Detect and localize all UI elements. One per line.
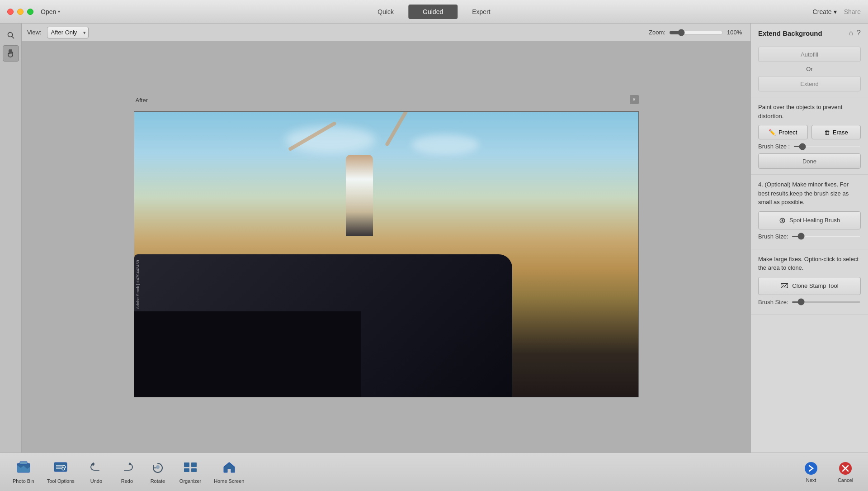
autofill-button[interactable]: Autofill [758, 47, 861, 62]
home-screen-label: Home Screen [214, 478, 244, 484]
svg-rect-14 [191, 468, 197, 472]
brush-size-row: Brush Size : [758, 143, 861, 150]
traffic-lights [7, 9, 33, 15]
right-sidebar: Extend Background ⌂ ? Autofill Or Extend… [750, 24, 868, 453]
tool-options-icon [53, 461, 68, 477]
create-chevron-icon: ▾ [834, 8, 837, 15]
erase-label: Erase [833, 129, 848, 136]
maximize-window-button[interactable] [27, 9, 33, 15]
cancel-button[interactable]: Cancel [830, 458, 861, 486]
info-icon[interactable]: ? [857, 29, 861, 37]
view-select-wrap: After Only [47, 27, 89, 38]
spot-healing-button[interactable]: ⊛ Spot Healing Brush [758, 211, 861, 229]
cloud-1 [285, 126, 376, 153]
svg-rect-13 [184, 468, 189, 472]
create-button[interactable]: Create ▾ [813, 8, 837, 15]
undo-button[interactable]: Undo [82, 457, 111, 487]
erase-icon: 🗑 [824, 129, 830, 136]
svg-point-10 [156, 465, 160, 469]
rotate-icon [151, 461, 165, 477]
main-area: View: After Only Zoom: 100% × After [0, 24, 868, 453]
left-sidebar [0, 24, 22, 453]
rotate-button[interactable]: Rotate [143, 457, 172, 487]
step4-text: 4. (Optional) Make minor fixes. For best… [758, 180, 861, 207]
canvas-window: × After Adobe Stock [132, 93, 641, 401]
protect-icon: ✏️ [769, 129, 776, 136]
cloud-2 [411, 134, 479, 155]
vehicle-lower [134, 311, 361, 397]
zoom-percent: 100% [727, 29, 745, 36]
extend-button[interactable]: Extend [758, 76, 861, 91]
tool-options-label: Tool Options [47, 478, 75, 484]
svg-rect-3 [20, 462, 27, 464]
titlebar: Open ▾ Quick Guided Expert Create ▾ Shar… [0, 0, 868, 24]
sidebar-header: Extend Background ⌂ ? [751, 24, 868, 41]
tab-quick[interactable]: Quick [363, 5, 408, 19]
clone-stamp-icon: 🖂 [780, 281, 788, 291]
autofill-label: Autofill [801, 51, 818, 58]
next-button[interactable]: Next [796, 458, 826, 486]
canvas-content[interactable]: × After Adobe Stock [22, 42, 750, 453]
autofill-section: Autofill Or Extend [751, 41, 868, 97]
titlebar-right: Create ▾ Share [813, 8, 861, 15]
minimize-window-button[interactable] [17, 9, 24, 15]
erase-button[interactable]: 🗑 Erase [811, 125, 861, 139]
rotate-label: Rotate [151, 478, 165, 484]
tab-guided[interactable]: Guided [408, 5, 458, 19]
photo-frame: Adobe Stock | #479442459 [134, 111, 639, 397]
brush-size-label-3: Brush Size: [758, 299, 788, 305]
hand-tool-button[interactable] [3, 45, 19, 62]
tool-options-button[interactable]: Tool Options [42, 457, 80, 487]
brush-size-label: Brush Size : [758, 143, 790, 150]
clone-stamp-section: Make large fixes. Option-click to select… [751, 249, 868, 315]
undo-label: Undo [90, 478, 102, 484]
redo-icon [120, 461, 134, 477]
step4-section: 4. (Optional) Make minor fixes. For best… [751, 175, 868, 249]
person-shape [346, 155, 373, 236]
brush-size-label-2: Brush Size: [758, 233, 788, 240]
brush-size-slider[interactable] [793, 146, 861, 147]
open-label: Open [41, 8, 56, 15]
clone-stamp-label: Clone Stamp Tool [792, 282, 838, 289]
create-label: Create [813, 8, 832, 15]
organizer-icon [183, 461, 198, 477]
close-canvas-button[interactable]: × [630, 95, 639, 104]
svg-point-15 [805, 462, 817, 475]
canvas-area: View: After Only Zoom: 100% × After [22, 24, 750, 453]
brush-size-row-3: Brush Size: [758, 299, 861, 305]
done-label: Done [802, 158, 816, 165]
spot-healing-size-slider[interactable] [792, 236, 861, 237]
sidebar-icons: ⌂ ? [849, 29, 861, 37]
tab-expert[interactable]: Expert [458, 5, 505, 19]
nav-tabs: Quick Guided Expert [363, 5, 505, 19]
protect-button[interactable]: ✏️ Protect [758, 125, 808, 139]
bottom-bar: Photo Bin Tool Options Undo [0, 453, 868, 491]
share-button[interactable]: Share [844, 8, 861, 15]
photo-bin-label: Photo Bin [13, 478, 34, 484]
redo-button[interactable]: Redo [113, 457, 142, 487]
organizer-label: Organizer [179, 478, 201, 484]
done-button[interactable]: Done [758, 153, 861, 169]
clone-size-slider[interactable] [792, 301, 861, 303]
home-icon[interactable]: ⌂ [849, 29, 853, 37]
home-screen-button[interactable]: Home Screen [208, 457, 250, 487]
svg-line-1 [12, 37, 14, 39]
clone-desc: Make large fixes. Option-click to select… [758, 255, 861, 272]
redo-label: Redo [121, 478, 133, 484]
zoom-label: Zoom: [649, 29, 665, 36]
clone-stamp-button[interactable]: 🖂 Clone Stamp Tool [758, 277, 861, 295]
undo-icon [89, 461, 104, 477]
or-divider: Or [758, 66, 861, 72]
cancel-label: Cancel [838, 477, 853, 483]
view-select[interactable]: After Only [47, 27, 89, 38]
organizer-button[interactable]: Organizer [174, 457, 207, 487]
bottom-right: Next Cancel [796, 458, 861, 486]
zoom-slider[interactable] [669, 29, 723, 36]
photo-bin-button[interactable]: Photo Bin [7, 457, 40, 487]
close-window-button[interactable] [7, 9, 14, 15]
spot-healing-icon: ⊛ [779, 215, 786, 225]
open-button[interactable]: Open ▾ [41, 8, 60, 15]
protect-label: Protect [778, 129, 797, 136]
protect-description: Paint over the objects to prevent distor… [758, 103, 861, 120]
search-tool-button[interactable] [3, 27, 19, 43]
